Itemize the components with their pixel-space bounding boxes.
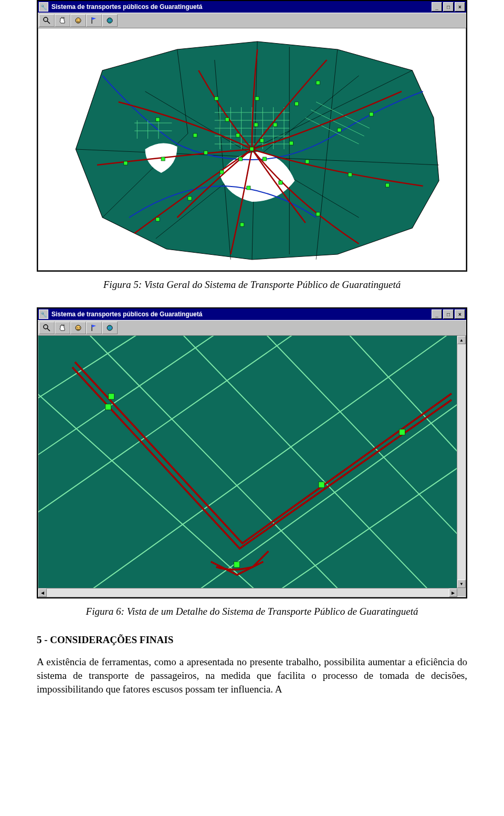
flag-icon: [90, 324, 98, 332]
face-icon: [74, 16, 82, 25]
flag-icon: [90, 16, 98, 25]
svg-rect-16: [316, 81, 320, 85]
app-icon: 🔧: [39, 309, 48, 319]
hand-icon: [58, 324, 67, 332]
toolbar: [38, 13, 466, 28]
svg-rect-20: [306, 160, 309, 163]
identify-tool[interactable]: [70, 322, 86, 334]
svg-point-41: [77, 327, 78, 328]
maximize-button[interactable]: □: [443, 309, 454, 319]
svg-rect-19: [370, 112, 373, 116]
scroll-left-button[interactable]: ◀: [38, 588, 47, 597]
svg-rect-12: [254, 123, 258, 127]
svg-rect-29: [156, 218, 160, 221]
svg-rect-17: [289, 141, 293, 145]
figure-caption-6: Figura 6: Vista de um Detalhe do Sistema…: [37, 606, 467, 617]
flag-tool[interactable]: [86, 14, 102, 27]
svg-rect-35: [262, 157, 266, 161]
zoom-tool[interactable]: [39, 322, 55, 334]
svg-rect-34: [156, 118, 160, 121]
face-icon: [74, 324, 82, 332]
scroll-down-button[interactable]: ▼: [457, 580, 466, 588]
figure-caption-5: Figura 5: Vista Geral do Sistema de Tran…: [37, 279, 467, 291]
svg-rect-23: [279, 181, 282, 184]
scroll-up-button[interactable]: ▲: [457, 336, 466, 344]
svg-rect-10: [225, 118, 229, 121]
svg-rect-26: [240, 223, 244, 226]
minimize-button[interactable]: _: [432, 2, 442, 12]
close-button[interactable]: ×: [455, 2, 465, 12]
window-title: Sistema de transportes públicos de Guara…: [51, 311, 432, 318]
svg-rect-59: [234, 562, 240, 567]
pan-tool[interactable]: [55, 322, 70, 334]
scroll-corner: [457, 588, 466, 596]
svg-rect-58: [106, 404, 111, 410]
svg-point-3: [77, 19, 78, 20]
svg-point-4: [79, 19, 80, 20]
section-heading: 5 - CONSIDERAÇÕES FINAIS: [37, 634, 467, 646]
svg-rect-36: [239, 157, 243, 161]
hand-icon: [58, 16, 67, 25]
svg-rect-11: [215, 97, 218, 100]
globe-icon: [106, 324, 114, 332]
svg-point-0: [44, 17, 48, 22]
identify-tool[interactable]: [70, 14, 86, 27]
svg-rect-21: [348, 173, 352, 177]
maximize-button[interactable]: □: [443, 2, 454, 12]
magnifier-icon: [43, 324, 51, 332]
svg-rect-61: [399, 429, 405, 435]
map-canvas-overview[interactable]: [38, 28, 466, 271]
full-extent-tool[interactable]: [102, 14, 118, 27]
svg-rect-27: [220, 170, 224, 174]
svg-rect-57: [108, 394, 114, 399]
svg-rect-14: [274, 123, 277, 127]
svg-rect-13: [255, 97, 259, 100]
zoom-tool[interactable]: [39, 14, 55, 27]
toolbar: [38, 320, 466, 335]
svg-line-1: [47, 21, 50, 24]
svg-point-38: [44, 325, 48, 329]
svg-line-39: [47, 328, 50, 331]
svg-point-6: [107, 18, 112, 23]
svg-rect-33: [193, 133, 197, 137]
magnifier-icon: [43, 16, 51, 25]
globe-icon: [106, 16, 114, 25]
flag-tool[interactable]: [86, 322, 102, 334]
svg-rect-15: [295, 102, 298, 106]
close-button[interactable]: ×: [455, 309, 465, 319]
window-title: Sistema de transportes públicos de Guara…: [51, 3, 432, 11]
map-canvas-detail[interactable]: ▲ ▼: [38, 336, 466, 588]
body-paragraph: A existência de ferramentas, como a apre…: [37, 655, 467, 697]
svg-rect-24: [316, 212, 320, 216]
pan-tool[interactable]: [55, 14, 70, 27]
full-extent-tool[interactable]: [102, 322, 118, 334]
scroll-track-v[interactable]: [457, 344, 466, 580]
svg-rect-60: [319, 482, 324, 488]
titlebar: 🔧 Sistema de transportes públicos de Gua…: [38, 308, 466, 320]
app-icon: 🔧: [39, 2, 48, 12]
minimize-button[interactable]: _: [432, 309, 442, 319]
vertical-scrollbar[interactable]: ▲ ▼: [457, 336, 466, 588]
titlebar: 🔧 Sistema de transportes públicos de Gua…: [38, 1, 466, 13]
horizontal-scrollbar[interactable]: ◀ ▶: [38, 588, 457, 597]
scroll-track-h[interactable]: [47, 588, 449, 597]
svg-rect-37: [260, 139, 264, 142]
svg-rect-30: [204, 151, 207, 154]
svg-point-44: [107, 325, 112, 330]
app-window-fig5: 🔧 Sistema de transportes públicos de Gua…: [37, 0, 467, 272]
svg-rect-25: [247, 186, 250, 190]
svg-rect-31: [161, 157, 165, 161]
app-window-fig6: 🔧 Sistema de transportes públicos de Gua…: [37, 307, 467, 598]
svg-rect-28: [188, 197, 192, 200]
svg-rect-18: [338, 128, 341, 132]
svg-rect-8: [250, 147, 254, 151]
scroll-right-button[interactable]: ▶: [449, 588, 457, 597]
svg-rect-9: [236, 133, 239, 137]
svg-point-42: [79, 327, 80, 328]
svg-rect-22: [385, 183, 389, 187]
svg-rect-32: [124, 161, 128, 165]
